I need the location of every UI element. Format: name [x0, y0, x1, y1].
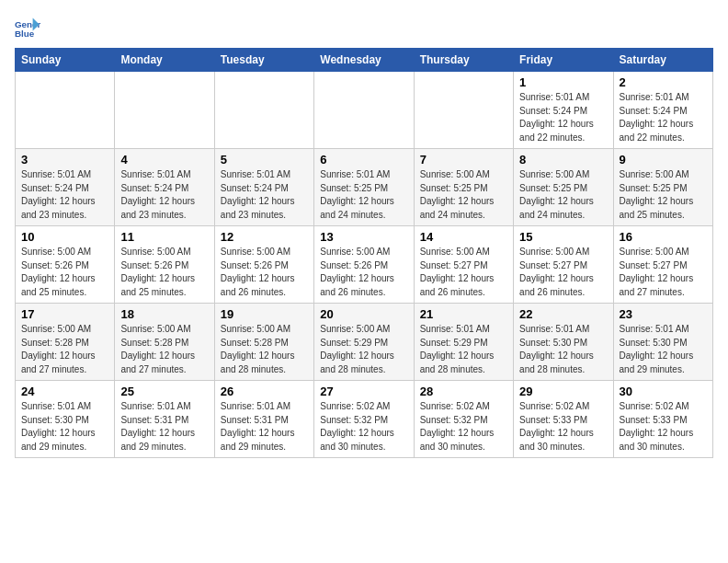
day-info: Sunrise: 5:00 AMSunset: 5:25 PMDaylight:…: [620, 168, 707, 222]
day-info: Sunrise: 5:00 AMSunset: 5:27 PMDaylight:…: [620, 246, 707, 299]
calendar-cell: 15Sunrise: 5:00 AMSunset: 5:27 PMDayligh…: [514, 226, 613, 304]
day-number: 23: [620, 307, 707, 321]
day-number: 7: [420, 153, 507, 167]
calendar-cell: 25Sunrise: 5:01 AMSunset: 5:31 PMDayligh…: [115, 381, 214, 458]
day-info: Sunrise: 5:00 AMSunset: 5:25 PMDaylight:…: [519, 168, 607, 222]
calendar-cell: 1Sunrise: 5:01 AMSunset: 5:24 PMDaylight…: [514, 72, 613, 149]
header-sunday: Sunday: [16, 49, 115, 72]
calendar-cell: 28Sunrise: 5:02 AMSunset: 5:32 PMDayligh…: [414, 381, 513, 458]
day-info: Sunrise: 5:01 AMSunset: 5:31 PMDaylight:…: [221, 400, 308, 454]
calendar-cell: 23Sunrise: 5:01 AMSunset: 5:30 PMDayligh…: [613, 304, 712, 381]
logo: General Blue: [15, 15, 44, 40]
calendar-cell: 10Sunrise: 5:00 AMSunset: 5:26 PMDayligh…: [16, 226, 115, 304]
day-number: 18: [120, 307, 208, 321]
calendar-cell: 7Sunrise: 5:00 AMSunset: 5:25 PMDaylight…: [414, 149, 513, 226]
calendar-week-3: 10Sunrise: 5:00 AMSunset: 5:26 PMDayligh…: [16, 226, 713, 304]
header-tuesday: Tuesday: [214, 49, 313, 72]
calendar-week-5: 24Sunrise: 5:01 AMSunset: 5:30 PMDayligh…: [16, 381, 713, 458]
day-info: Sunrise: 5:00 AMSunset: 5:28 PMDaylight:…: [120, 323, 208, 376]
calendar-cell: 18Sunrise: 5:00 AMSunset: 5:28 PMDayligh…: [115, 304, 214, 381]
day-info: Sunrise: 5:01 AMSunset: 5:24 PMDaylight:…: [21, 168, 108, 222]
day-number: 25: [120, 385, 208, 398]
calendar-cell: 24Sunrise: 5:01 AMSunset: 5:30 PMDayligh…: [16, 381, 115, 458]
svg-text:Blue: Blue: [15, 29, 35, 39]
day-info: Sunrise: 5:00 AMSunset: 5:26 PMDaylight:…: [120, 246, 208, 299]
day-info: Sunrise: 5:00 AMSunset: 5:25 PMDaylight:…: [420, 168, 507, 222]
day-info: Sunrise: 5:01 AMSunset: 5:25 PMDaylight:…: [320, 168, 407, 222]
day-number: 22: [519, 307, 607, 321]
day-info: Sunrise: 5:02 AMSunset: 5:32 PMDaylight:…: [320, 400, 407, 454]
calendar-cell: 8Sunrise: 5:00 AMSunset: 5:25 PMDaylight…: [514, 149, 613, 226]
calendar-cell: 12Sunrise: 5:00 AMSunset: 5:26 PMDayligh…: [214, 226, 313, 304]
day-number: 9: [620, 153, 707, 167]
header-thursday: Thursday: [414, 49, 513, 72]
calendar-cell: 5Sunrise: 5:01 AMSunset: 5:24 PMDaylight…: [214, 149, 313, 226]
day-info: Sunrise: 5:01 AMSunset: 5:30 PMDaylight:…: [21, 400, 108, 454]
calendar-cell: 16Sunrise: 5:00 AMSunset: 5:27 PMDayligh…: [613, 226, 712, 304]
day-number: 1: [519, 75, 607, 89]
day-info: Sunrise: 5:00 AMSunset: 5:28 PMDaylight:…: [21, 323, 108, 376]
calendar-cell: 2Sunrise: 5:01 AMSunset: 5:24 PMDaylight…: [613, 72, 712, 149]
calendar-cell: 6Sunrise: 5:01 AMSunset: 5:25 PMDaylight…: [314, 149, 414, 226]
day-number: 27: [320, 385, 407, 398]
day-info: Sunrise: 5:01 AMSunset: 5:30 PMDaylight:…: [620, 323, 707, 376]
page-header: General Blue: [15, 15, 713, 40]
day-info: Sunrise: 5:01 AMSunset: 5:24 PMDaylight:…: [221, 168, 308, 222]
calendar-header-row: SundayMondayTuesdayWednesdayThursdayFrid…: [16, 49, 713, 72]
header-monday: Monday: [115, 49, 214, 72]
calendar-cell: [314, 72, 414, 149]
day-number: 14: [420, 230, 507, 244]
day-number: 8: [519, 153, 607, 167]
day-info: Sunrise: 5:01 AMSunset: 5:24 PMDaylight:…: [519, 91, 607, 144]
calendar-cell: 4Sunrise: 5:01 AMSunset: 5:24 PMDaylight…: [115, 149, 214, 226]
calendar-cell: 14Sunrise: 5:00 AMSunset: 5:27 PMDayligh…: [414, 226, 513, 304]
calendar-week-4: 17Sunrise: 5:00 AMSunset: 5:28 PMDayligh…: [16, 304, 713, 381]
day-info: Sunrise: 5:00 AMSunset: 5:26 PMDaylight:…: [221, 246, 308, 299]
calendar-cell: 21Sunrise: 5:01 AMSunset: 5:29 PMDayligh…: [414, 304, 513, 381]
calendar-cell: 29Sunrise: 5:02 AMSunset: 5:33 PMDayligh…: [514, 381, 613, 458]
day-number: 30: [620, 385, 707, 398]
day-number: 2: [620, 75, 707, 89]
day-info: Sunrise: 5:00 AMSunset: 5:27 PMDaylight:…: [420, 246, 507, 299]
calendar-cell: 9Sunrise: 5:00 AMSunset: 5:25 PMDaylight…: [613, 149, 712, 226]
calendar-cell: 13Sunrise: 5:00 AMSunset: 5:26 PMDayligh…: [314, 226, 414, 304]
calendar-table: SundayMondayTuesdayWednesdayThursdayFrid…: [15, 48, 713, 458]
header-wednesday: Wednesday: [314, 49, 414, 72]
calendar-cell: [16, 72, 115, 149]
day-info: Sunrise: 5:00 AMSunset: 5:28 PMDaylight:…: [221, 323, 308, 376]
calendar-week-2: 3Sunrise: 5:01 AMSunset: 5:24 PMDaylight…: [16, 149, 713, 226]
day-info: Sunrise: 5:00 AMSunset: 5:27 PMDaylight:…: [519, 246, 607, 299]
day-number: 16: [620, 230, 707, 244]
calendar-cell: 3Sunrise: 5:01 AMSunset: 5:24 PMDaylight…: [16, 149, 115, 226]
day-number: 21: [420, 307, 507, 321]
calendar-cell: 27Sunrise: 5:02 AMSunset: 5:32 PMDayligh…: [314, 381, 414, 458]
day-info: Sunrise: 5:00 AMSunset: 5:26 PMDaylight:…: [320, 246, 407, 299]
day-info: Sunrise: 5:02 AMSunset: 5:33 PMDaylight:…: [519, 400, 607, 454]
day-info: Sunrise: 5:02 AMSunset: 5:32 PMDaylight:…: [420, 400, 507, 454]
day-info: Sunrise: 5:00 AMSunset: 5:29 PMDaylight:…: [320, 323, 407, 376]
day-number: 3: [21, 153, 108, 167]
day-number: 5: [221, 153, 308, 167]
day-info: Sunrise: 5:01 AMSunset: 5:31 PMDaylight:…: [120, 400, 208, 454]
logo-icon: General Blue: [15, 15, 40, 40]
calendar-cell: 17Sunrise: 5:00 AMSunset: 5:28 PMDayligh…: [16, 304, 115, 381]
day-number: 15: [519, 230, 607, 244]
day-info: Sunrise: 5:01 AMSunset: 5:30 PMDaylight:…: [519, 323, 607, 376]
day-number: 13: [320, 230, 407, 244]
day-info: Sunrise: 5:01 AMSunset: 5:24 PMDaylight:…: [120, 168, 208, 222]
header-saturday: Saturday: [613, 49, 712, 72]
calendar-cell: 26Sunrise: 5:01 AMSunset: 5:31 PMDayligh…: [214, 381, 313, 458]
day-number: 6: [320, 153, 407, 167]
day-number: 12: [221, 230, 308, 244]
header-friday: Friday: [514, 49, 613, 72]
calendar-week-1: 1Sunrise: 5:01 AMSunset: 5:24 PMDaylight…: [16, 72, 713, 149]
day-info: Sunrise: 5:02 AMSunset: 5:33 PMDaylight:…: [620, 400, 707, 454]
day-number: 17: [21, 307, 108, 321]
day-number: 11: [120, 230, 208, 244]
calendar-cell: 11Sunrise: 5:00 AMSunset: 5:26 PMDayligh…: [115, 226, 214, 304]
calendar-cell: 30Sunrise: 5:02 AMSunset: 5:33 PMDayligh…: [613, 381, 712, 458]
calendar-cell: 19Sunrise: 5:00 AMSunset: 5:28 PMDayligh…: [214, 304, 313, 381]
day-number: 28: [420, 385, 507, 398]
calendar-cell: 20Sunrise: 5:00 AMSunset: 5:29 PMDayligh…: [314, 304, 414, 381]
day-number: 10: [21, 230, 108, 244]
